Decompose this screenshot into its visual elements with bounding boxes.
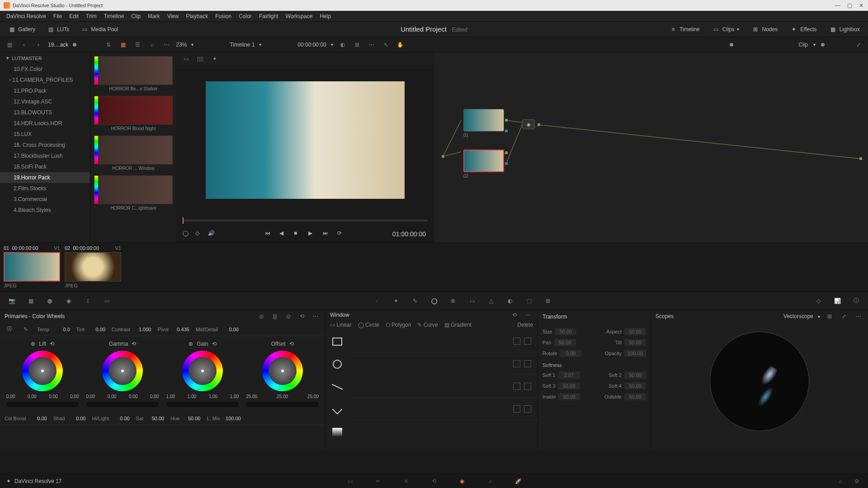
hilight-value[interactable]: 0.00 <box>112 416 130 421</box>
loop-icon[interactable]: ⟳ <box>337 230 345 238</box>
shape-polygon[interactable]: ⬠ Polygon <box>386 322 411 328</box>
aspect-value[interactable]: 50.00 <box>624 328 646 335</box>
split-view-icon[interactable]: ▯▯ <box>195 54 205 64</box>
split-icon[interactable]: ⊞ <box>352 40 362 50</box>
invert-toggle[interactable] <box>524 405 531 413</box>
chevron-down-icon[interactable]: ▾ <box>259 42 261 47</box>
expand-icon[interactable]: ⤢ <box>854 40 863 50</box>
opacity-value[interactable]: 100.00 <box>624 350 646 357</box>
timeline-clip[interactable]: 0100:00:00:00V1JPEG <box>4 245 60 289</box>
window-line-shape[interactable] <box>329 379 345 395</box>
node-output-port[interactable] <box>505 118 508 122</box>
more-icon[interactable]: ⋯ <box>367 40 377 50</box>
soft3-value[interactable]: 50.00 <box>558 382 580 389</box>
gain-master-slider[interactable] <box>166 402 239 407</box>
offset-master-slider[interactable] <box>246 402 319 407</box>
color-page-icon[interactable]: ◉ <box>457 476 467 486</box>
lift-wheel[interactable] <box>22 351 63 391</box>
window-circle-shape[interactable] <box>329 356 345 372</box>
gamma-wheel[interactable] <box>102 351 143 391</box>
more-icon[interactable]: ⋯ <box>161 40 171 50</box>
node-final-output[interactable] <box>859 157 863 160</box>
stop-icon[interactable]: ■ <box>294 230 302 238</box>
scope-layout-icon[interactable]: ⊞ <box>825 311 835 321</box>
window-rect-shape[interactable] <box>329 333 345 350</box>
middetail-value[interactable]: 0.00 <box>221 327 239 332</box>
window-track-row[interactable] <box>353 398 538 420</box>
delete-button[interactable]: Delete <box>517 322 533 328</box>
deliver-page-icon[interactable]: 🚀 <box>513 476 523 486</box>
node-output-port[interactable] <box>537 123 541 127</box>
log-mode-icon[interactable]: ⊙ <box>283 311 293 321</box>
menu-item[interactable]: Trim <box>82 13 100 19</box>
fusion-page-icon[interactable]: ⟲ <box>429 476 439 486</box>
lut-tree-item[interactable]: › 11.CAMERA_PROFILES <box>0 75 90 85</box>
node-input-port[interactable] <box>441 155 445 158</box>
menu-item[interactable]: View <box>164 13 183 19</box>
reset-icon[interactable]: ⟲ <box>297 311 307 321</box>
window-gradient-shape[interactable] <box>329 424 345 440</box>
lut-tree-item[interactable]: 16. Cross Processing <box>0 140 90 150</box>
camera-raw-icon[interactable]: 📷 <box>6 296 17 306</box>
last-frame-icon[interactable]: ⏭ <box>323 230 331 238</box>
menu-item[interactable]: Edit <box>66 13 82 19</box>
scope-type-dropdown[interactable]: Vectorscope <box>783 313 813 319</box>
fairlight-page-icon[interactable]: ♪ <box>485 476 495 486</box>
media-pool-button[interactable]: ▭Media Pool <box>77 24 122 35</box>
window-track-row[interactable] <box>353 352 538 375</box>
nodes-button[interactable]: ⊞Nodes <box>748 24 781 35</box>
nav-forward-icon[interactable]: › <box>33 40 43 50</box>
tilt-value[interactable]: 50.00 <box>624 339 646 346</box>
slider-dot[interactable] <box>73 43 76 47</box>
viewer-scrubber[interactable] <box>176 215 434 226</box>
menu-item[interactable]: File <box>50 13 66 19</box>
reset-icon[interactable]: ⟲ <box>289 341 294 347</box>
scopes-icon[interactable]: 📊 <box>832 296 843 306</box>
viewer-image[interactable] <box>206 81 405 199</box>
expand-icon[interactable]: ⤢ <box>839 311 849 321</box>
auto-balance-icon[interactable]: Ⓐ <box>5 324 14 334</box>
window-pen-shape[interactable] <box>329 401 345 418</box>
settings-icon[interactable]: ⚙ <box>852 476 862 486</box>
menu-item[interactable]: Fusion <box>212 13 235 19</box>
pick-white-icon[interactable]: ✎ <box>21 324 31 334</box>
pan-icon[interactable]: ✋ <box>396 40 406 50</box>
mute-icon[interactable]: 🔊 <box>208 230 216 238</box>
soft1-value[interactable]: 2.07 <box>558 371 580 379</box>
magic-mask-icon[interactable]: ▭ <box>467 296 477 306</box>
lut-tree-item[interactable]: 12.Vintage.ASC <box>0 96 90 107</box>
invert-toggle[interactable] <box>524 360 531 367</box>
size-value[interactable]: 50.00 <box>555 328 576 335</box>
lut-tree-item[interactable]: 2.Film.Stocks <box>0 183 90 194</box>
gallery-button[interactable]: ▦Gallery <box>5 24 39 35</box>
timeline-clip[interactable]: 0200:00:00:00V1JPEG <box>65 245 121 289</box>
lut-tree-item[interactable]: 17.Blockbuster Lush <box>0 150 90 161</box>
grid-view-icon[interactable]: ▦ <box>118 40 128 50</box>
soft4-value[interactable]: 50.00 <box>624 382 646 389</box>
lut-tree-item[interactable]: 11.PRO.Pack <box>0 85 90 96</box>
pointer-icon[interactable]: ↖ <box>381 40 391 50</box>
qualifier-icon[interactable]: ✎ <box>410 296 420 306</box>
menu-item[interactable]: Clip <box>127 13 144 19</box>
lut-tree-item[interactable]: 14.HDR.Looks.HDR <box>0 118 90 129</box>
bars-mode-icon[interactable]: ||| <box>270 311 280 321</box>
gamma-master-slider[interactable] <box>86 402 159 407</box>
menu-item[interactable]: Timeline <box>100 13 127 19</box>
lut-tree-item[interactable]: 3.Commercial <box>0 194 90 205</box>
search-icon[interactable]: ⌕ <box>147 40 157 50</box>
node-output-port[interactable] <box>505 151 508 155</box>
shad-value[interactable]: 0.00 <box>67 416 85 421</box>
stabilizer-icon[interactable]: △ <box>486 296 496 306</box>
lut-tree-item[interactable]: 19.Horror Pack <box>0 172 90 183</box>
lift-master-slider[interactable] <box>6 402 79 407</box>
edit-page-icon[interactable]: ≡ <box>401 476 411 486</box>
more-icon[interactable]: ⋯ <box>311 311 321 321</box>
contrast-value[interactable]: 1.000 <box>133 327 151 332</box>
inside-value[interactable]: 50.00 <box>558 393 580 400</box>
slider-dot[interactable] <box>821 43 825 47</box>
window-icon[interactable]: ◯ <box>429 296 439 306</box>
shape-gradient[interactable]: ▤ Gradient <box>444 322 472 328</box>
key-icon[interactable]: ⬚ <box>524 296 534 306</box>
temp-value[interactable]: 0.0 <box>52 327 70 332</box>
loop-range-icon[interactable]: ◇ <box>195 230 203 238</box>
